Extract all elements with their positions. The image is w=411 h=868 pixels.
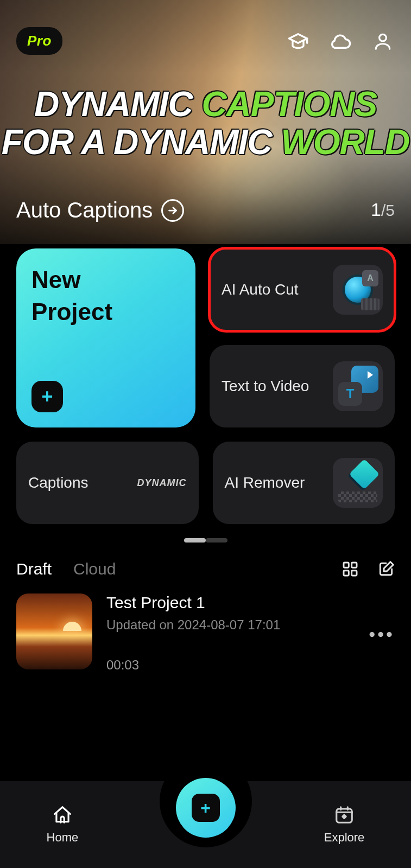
new-project-label: New Project xyxy=(31,264,180,328)
text-to-video-icon: T xyxy=(333,361,383,411)
text-to-video-button[interactable]: Text to Video T xyxy=(210,345,395,427)
project-thumbnail xyxy=(16,593,92,669)
nav-explore-label: Explore xyxy=(324,831,365,845)
grid-view-icon[interactable] xyxy=(342,560,359,578)
edit-icon[interactable] xyxy=(377,560,395,578)
tool-label: AI Remover xyxy=(225,474,305,492)
project-updated: Updated on 2024-08-07 17:01 xyxy=(106,617,369,633)
hero-feature-label: Auto Captions xyxy=(16,198,153,222)
project-row[interactable]: Test Project 1 Updated on 2024-08-07 17:… xyxy=(0,578,411,673)
tab-cloud[interactable]: Cloud xyxy=(73,560,116,578)
tab-draft[interactable]: Draft xyxy=(16,560,52,578)
robot-icon: A xyxy=(333,265,383,315)
hero-banner[interactable]: Pro DYNAMIC CAPTIONS FOR A DYNAMIC WORLD… xyxy=(0,0,411,244)
svg-rect-1 xyxy=(344,563,349,567)
nav-home[interactable]: Home xyxy=(47,805,79,845)
svg-rect-4 xyxy=(352,571,357,576)
tool-label: Text to Video xyxy=(222,378,309,395)
project-duration: 00:03 xyxy=(106,658,369,673)
captions-button[interactable]: Captions DYNAMIC xyxy=(16,442,199,524)
svg-rect-2 xyxy=(352,563,357,567)
pro-badge[interactable]: Pro xyxy=(16,27,62,55)
arrow-right-icon xyxy=(161,199,184,222)
hero-headline: DYNAMIC CAPTIONS FOR A DYNAMIC WORLD xyxy=(0,87,411,159)
top-bar: Pro xyxy=(0,27,411,55)
cloud-icon[interactable] xyxy=(328,29,352,53)
hero-pager: 1/5 xyxy=(371,199,395,220)
tool-label: AI Auto Cut xyxy=(222,281,299,298)
tutorial-icon[interactable] xyxy=(286,29,310,53)
nav-home-label: Home xyxy=(47,831,79,845)
svg-point-0 xyxy=(380,34,387,41)
tool-label: Captions xyxy=(28,474,88,492)
new-project-button[interactable]: New Project + xyxy=(16,248,195,427)
more-icon[interactable]: ••• xyxy=(369,624,395,645)
page-indicator xyxy=(184,538,227,544)
project-title: Test Project 1 xyxy=(106,593,369,612)
plus-icon: + xyxy=(192,794,220,822)
ai-remover-button[interactable]: AI Remover xyxy=(213,442,395,524)
bottom-nav: Home Explore + xyxy=(0,781,411,868)
hero-feature-link[interactable]: Auto Captions xyxy=(16,198,184,222)
svg-rect-3 xyxy=(344,571,349,576)
ai-auto-cut-button[interactable]: AI Auto Cut A xyxy=(210,248,395,331)
profile-icon[interactable] xyxy=(371,29,395,53)
captions-thumb-text: DYNAMIC xyxy=(137,477,187,489)
nav-explore[interactable]: Explore xyxy=(324,805,365,845)
eraser-icon xyxy=(333,458,383,508)
create-fab[interactable]: + xyxy=(176,778,236,838)
plus-icon: + xyxy=(31,381,63,412)
